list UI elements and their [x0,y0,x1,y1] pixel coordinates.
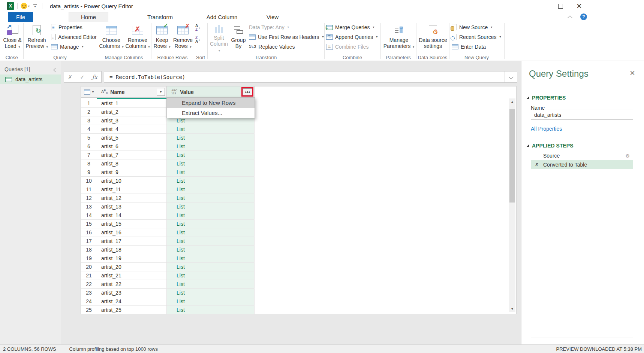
value-list-link[interactable]: List [167,306,255,314]
use-first-row-as-headers-button[interactable]: Use First Row as Headers ▾ [249,33,324,41]
formula-bar[interactable]: = Record.ToTable(Source) [104,71,517,83]
name-cell[interactable]: artist_11 [97,185,167,194]
row-number[interactable]: 16 [81,228,97,237]
value-list-link[interactable]: List [167,211,255,220]
step-source[interactable]: Source ⚙ [531,151,633,160]
menu-item-extract-values[interactable]: Extract Values... [167,108,255,118]
vertical-scrollbar[interactable]: ▲ ▼ [509,98,515,312]
row-number[interactable]: 9 [81,168,97,177]
name-cell[interactable]: artist_20 [97,263,167,271]
maximize-button[interactable] [554,1,567,11]
name-cell[interactable]: artist_1 [97,99,167,108]
scroll-down-button[interactable]: ▼ [509,305,515,312]
value-list-link[interactable]: List [167,159,255,168]
recent-sources-button[interactable]: Recent Sources ▾ [452,33,503,41]
value-list-link[interactable]: List [167,297,255,306]
choose-columns-button[interactable]: ChooseColumns ▾ [99,22,124,54]
row-number[interactable]: 18 [81,246,97,254]
cancel-formula-button[interactable]: ✗ [68,74,72,80]
properties-section-header[interactable]: PROPERTIES [526,95,566,101]
sort-ascending-button[interactable]: AZ ↓ [195,23,207,32]
filter-dropdown-button[interactable]: ▾ [157,88,165,96]
applied-steps-section-header[interactable]: APPLIED STEPS [526,143,573,149]
keep-rows-button[interactable]: ✓ KeepRows ▾ [152,22,172,54]
name-cell[interactable]: artist_10 [97,177,167,185]
row-number[interactable]: 21 [81,271,97,280]
split-column-button[interactable]: SplitColumn ▾ [209,22,229,54]
name-cell[interactable]: artist_12 [97,194,167,203]
manage-parameters-button[interactable]: ManageParameters ▾ [383,22,415,54]
feedback-smiley-button[interactable]: ▾ [21,3,30,9]
row-number[interactable]: 20 [81,263,97,271]
combine-files-button[interactable]: ⇊ Combine Files [326,43,379,51]
tab-add-column[interactable]: Add Column [195,12,249,22]
row-number[interactable]: 25 [81,306,97,314]
column-profiling-status[interactable]: Column profiling based on top 1000 rows [69,346,158,352]
commit-formula-button[interactable]: ✓ [80,74,84,80]
value-list-link[interactable]: List [167,254,255,263]
name-cell[interactable]: artist_14 [97,211,167,220]
value-list-link[interactable]: List [167,134,255,142]
row-number[interactable]: 3 [81,116,97,125]
help-button[interactable]: ? [580,13,587,20]
row-number[interactable]: 2 [81,108,97,116]
close-and-load-button[interactable]: ↗ Close &Load ▾ [1,22,23,54]
row-number[interactable]: 14 [81,211,97,220]
value-list-link[interactable]: List [167,220,255,228]
name-cell[interactable]: artist_6 [97,142,167,151]
name-cell[interactable]: artist_22 [97,280,167,289]
row-number[interactable]: 12 [81,194,97,203]
collapse-queries-pane-button[interactable] [54,66,57,73]
name-cell[interactable]: artist_13 [97,203,167,211]
collapse-ribbon-button[interactable] [568,14,577,20]
row-number[interactable]: 6 [81,142,97,151]
data-type-dropdown[interactable]: Data Type: Any ▾ [249,23,324,31]
value-list-link[interactable]: List [167,185,255,194]
name-cell[interactable]: artist_4 [97,125,167,134]
tab-transform[interactable]: Transform [135,12,185,22]
value-list-link[interactable]: List [167,194,255,203]
value-list-link[interactable]: List [167,271,255,280]
tab-file[interactable]: File [8,12,33,22]
menu-item-expand-to-new-rows[interactable]: Expand to New Rows [167,98,255,108]
row-number[interactable]: 7 [81,151,97,159]
name-cell[interactable]: artist_3 [97,116,167,125]
value-list-link[interactable]: List [167,177,255,185]
value-list-link[interactable]: List [167,125,255,134]
value-list-link[interactable]: List [167,203,255,211]
value-list-link[interactable]: List [167,246,255,254]
name-cell[interactable]: artist_24 [97,297,167,306]
remove-columns-button[interactable]: ✗ RemoveColumns ▾ [125,22,150,54]
value-list-link[interactable]: List [167,237,255,246]
refresh-preview-button[interactable]: ↻ RefreshPreview ▾ [25,22,49,54]
row-number[interactable]: 1 [81,99,97,108]
name-cell[interactable]: artist_2 [97,108,167,116]
scroll-up-button[interactable]: ▲ [509,98,515,105]
row-number[interactable]: 17 [81,237,97,246]
close-window-button[interactable]: × [573,1,586,11]
row-number[interactable]: 23 [81,289,97,297]
name-cell[interactable]: artist_9 [97,168,167,177]
delete-step-icon[interactable]: ✗ [535,162,539,167]
select-all-corner-button[interactable]: ▾ [81,86,97,98]
name-cell[interactable]: artist_23 [97,289,167,297]
expand-formula-bar-button[interactable] [505,71,517,82]
append-queries-button[interactable]: ⇅ Append Queries ▾ [326,33,379,41]
name-cell[interactable]: artist_17 [97,237,167,246]
sort-descending-button[interactable]: ZA ↓ [195,35,207,44]
row-number[interactable]: 10 [81,177,97,185]
value-list-link[interactable]: List [167,142,255,151]
tab-view[interactable]: View [259,12,286,22]
column-header-value[interactable]: ABC123 Value ↤↦ [167,86,255,98]
name-cell[interactable]: artist_18 [97,246,167,254]
name-cell[interactable]: artist_15 [97,220,167,228]
enter-data-button[interactable]: Enter Data [452,43,503,51]
remove-rows-button[interactable]: ✗ RemoveRows ▾ [172,22,193,54]
value-list-link[interactable]: List [167,289,255,297]
value-list-link[interactable]: List [167,151,255,159]
advanced-editor-button[interactable]: ▪ Advanced Editor [51,33,97,41]
name-cell[interactable]: artist_19 [97,254,167,263]
value-list-link[interactable]: List [167,228,255,237]
row-number[interactable]: 11 [81,185,97,194]
replace-values-button[interactable]: 1↳2 Replace Values [249,43,324,51]
